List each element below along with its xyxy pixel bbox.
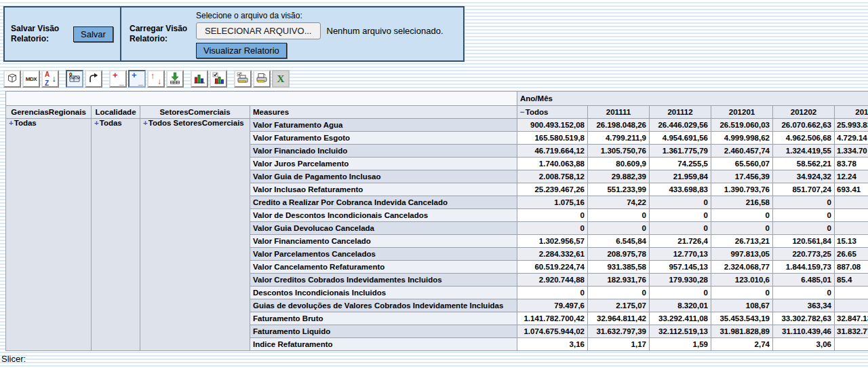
drill-through-button[interactable] <box>166 70 184 88</box>
value-cell: 997.813,05 <box>711 248 773 261</box>
value-cell: 4.954.691,56 <box>650 132 711 145</box>
value-cell: 65.560,07 <box>711 158 773 170</box>
value-cell: 693.41 <box>835 183 868 196</box>
value-cell: 33.292.411,08 <box>650 312 711 325</box>
measure-name-cell: Valor de Descontos Incondicionais Cancel… <box>250 209 517 222</box>
drill-member-button[interactable]: +_ <box>109 70 127 88</box>
measures-tbody: +Todas+Todas+Todos SetoresComerciaisValo… <box>6 119 868 351</box>
value-cell <box>835 287 868 299</box>
measure-name-cell: Credito a Realizar Por Cobranca Indevida… <box>250 196 517 209</box>
value-cell: 12.770,13 <box>650 248 711 261</box>
value-cell: 0 <box>711 209 773 222</box>
value-cell: 1.740.063,88 <box>517 158 588 170</box>
value-cell: 216,58 <box>711 196 773 209</box>
save-button[interactable]: Salvar <box>73 26 113 42</box>
cube-icon <box>6 72 18 86</box>
drill-position-button[interactable]: +_ <box>128 70 146 88</box>
value-cell <box>835 196 868 209</box>
print-pdf-button[interactable] <box>253 70 271 88</box>
value-cell: 363,34 <box>773 299 835 312</box>
file-status-text: Nenhum arquivo selecionado. <box>327 26 443 36</box>
value-cell: 0 <box>773 196 835 209</box>
dimension-member-cell[interactable]: +Todas <box>92 119 140 351</box>
pivot-table: Ano/MêsGerenciasRegionaisLocalidadeSetor… <box>5 91 868 351</box>
pivot-thead: Ano/MêsGerenciasRegionaisLocalidadeSetor… <box>6 92 868 119</box>
value-cell: 3,16 <box>517 338 588 351</box>
value-cell: 2.460.457,74 <box>711 145 773 158</box>
value-cell: 31.832.77 <box>835 325 868 338</box>
value-cell: 31.632.797,39 <box>588 325 650 338</box>
expand-icon[interactable]: + <box>143 119 148 127</box>
month-column-header[interactable]: 201201 <box>711 106 773 119</box>
measure-name-cell: Descontos Incondicionais Incluidos <box>250 287 517 299</box>
value-cell: 31.981.828,89 <box>711 325 773 338</box>
save-view-section: Salvar Visão Relatorio: Salvar <box>5 7 121 60</box>
print-properties-button[interactable] <box>234 70 252 88</box>
value-cell: 887.08 <box>835 261 868 274</box>
measure-name-cell: Valor Parcelamentos Cancelados <box>250 248 517 261</box>
view-report-button[interactable]: Visualizar Relatorio <box>196 43 287 58</box>
month-column-header[interactable]: 201202 <box>773 106 835 119</box>
value-cell: 4.729.14 <box>835 132 868 145</box>
show-empty-cells-button[interactable]: 0 <box>66 70 83 88</box>
month-column-header[interactable]: 201203 <box>835 106 868 119</box>
value-cell: 1.390.793,76 <box>711 183 773 196</box>
value-cell: 0 <box>517 287 588 299</box>
sort-button[interactable]: AZ↓ <box>41 70 59 88</box>
axis-label-cell: Ano/Mês <box>517 92 868 106</box>
save-view-label: Salvar Visão Relatorio: <box>11 24 64 44</box>
value-cell: 208.975,78 <box>588 248 650 261</box>
value-cell: 179.930,28 <box>650 274 711 287</box>
load-view-label: Carregar Visão Relatorio: <box>130 24 191 44</box>
measure-name-cell: Valor Juros Parcelamento <box>250 158 517 170</box>
toolbar: MDX AZ↓ 0 +_ +_ ↑↓ X <box>3 70 868 88</box>
value-cell <box>835 209 868 222</box>
value-cell: 74.255,5 <box>650 158 711 170</box>
value-cell: 0 <box>588 222 650 235</box>
drill-position-icon: +_ <box>131 73 143 85</box>
value-cell: 1.324.419,55 <box>773 145 835 158</box>
value-cell: 1,59 <box>650 338 711 351</box>
measure-name-cell: Guias de devoluções de Valores Cobrados … <box>250 299 517 312</box>
measure-name-cell: Valor Guia Devolucao Cancelada <box>250 222 517 235</box>
value-cell: 551.233,99 <box>588 183 650 196</box>
show-chart-button[interactable] <box>191 70 208 88</box>
month-column-header[interactable]: 201111 <box>588 106 650 119</box>
olap-navigator-button[interactable] <box>3 70 21 88</box>
month-column-header[interactable]: 201112 <box>650 106 711 119</box>
expand-icon[interactable]: + <box>9 119 14 127</box>
expand-icon[interactable]: + <box>94 119 99 127</box>
value-cell: 80.609,9 <box>588 158 650 170</box>
measure-name-cell: Valor Faturamento Esgoto <box>250 132 517 145</box>
value-cell: 0 <box>650 209 711 222</box>
month-column-header[interactable]: −Todos <box>517 106 588 119</box>
value-cell: 74,22 <box>588 196 650 209</box>
value-cell: 12.24 <box>835 170 868 183</box>
value-cell: 8.320,01 <box>650 299 711 312</box>
mdx-editor-button[interactable]: MDX <box>22 70 40 88</box>
value-cell: 34.924,32 <box>773 170 835 183</box>
dimension-member-cell[interactable]: +Todas <box>6 119 92 351</box>
value-cell: 0 <box>588 209 650 222</box>
export-excel-button[interactable]: X <box>272 70 290 88</box>
chart-properties-button[interactable] <box>210 70 227 88</box>
zero-icon: 0 <box>69 71 72 77</box>
value-cell <box>835 299 868 312</box>
swap-axes-button[interactable] <box>85 70 102 88</box>
drill-replace-button[interactable]: ↑↓ <box>147 70 165 88</box>
value-cell: 21.959,84 <box>650 170 711 183</box>
value-cell: 2.175,07 <box>588 299 650 312</box>
value-cell: 32.847.13 <box>835 312 868 325</box>
collapse-icon[interactable]: − <box>520 108 525 116</box>
value-cell: 4.962.506,68 <box>773 132 835 145</box>
measure-name-cell: Faturamento Liquido <box>250 325 517 338</box>
value-cell: 29.882,39 <box>588 170 650 183</box>
measure-name-cell: Valor Financiado Incluido <box>250 145 517 158</box>
dimension-member-cell[interactable]: +Todos SetoresComerciais <box>140 119 250 351</box>
value-cell: 0 <box>773 222 835 235</box>
value-cell: 182.931,76 <box>588 274 650 287</box>
value-cell: 120.561,84 <box>773 235 835 248</box>
value-cell: 31.110.439,46 <box>773 325 835 338</box>
print-properties-icon <box>237 72 249 86</box>
select-file-button[interactable]: SELECIONAR ARQUIVO... <box>196 22 321 39</box>
